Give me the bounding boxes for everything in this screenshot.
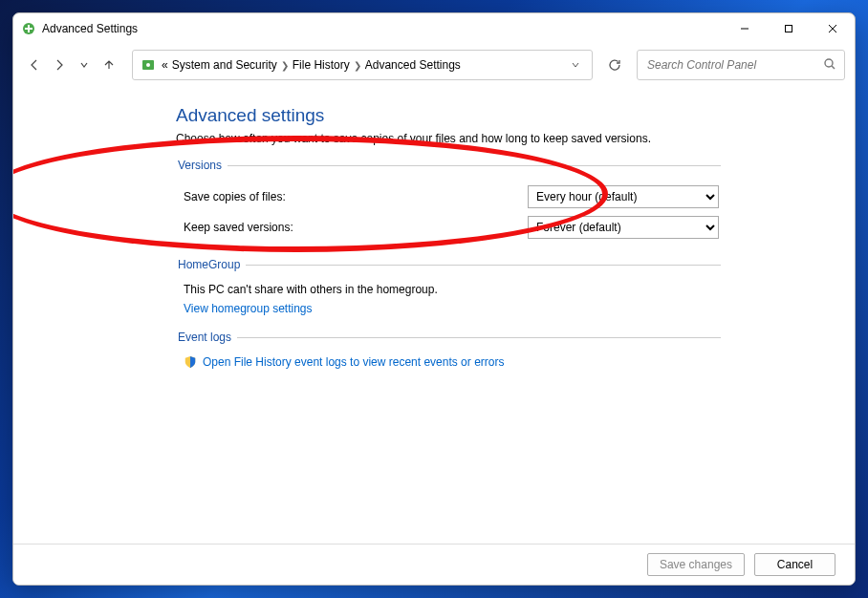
page-heading: Advanced settings [176,105,855,126]
save-copies-select[interactable]: Every hour (default) [528,185,719,208]
back-button[interactable] [23,53,46,76]
control-panel-icon [141,57,156,73]
maximize-button[interactable] [767,13,811,44]
save-changes-button[interactable]: Save changes [647,553,745,576]
svg-point-9 [825,59,833,67]
recent-locations-button[interactable] [73,53,96,76]
up-button[interactable] [98,53,120,76]
chevron-right-icon: ❯ [279,60,291,71]
cancel-button[interactable]: Cancel [754,553,835,576]
breadcrumb-prefix: « [160,58,170,72]
breadcrumb-item[interactable]: File History [291,58,352,72]
svg-rect-2 [28,25,30,32]
keep-versions-select[interactable]: Forever (default) [528,216,719,239]
keep-versions-row: Keep saved versions: Forever (default) [176,212,721,243]
refresh-button[interactable] [600,51,629,79]
save-copies-label: Save copies of files: [184,190,528,203]
shield-icon [184,355,197,369]
titlebar: Advanced Settings [13,13,855,44]
search-icon[interactable] [823,57,836,74]
forward-button[interactable] [48,53,71,76]
eventlogs-link[interactable]: Open File History event logs to view rec… [203,355,504,369]
breadcrumb-item[interactable]: System and Security [170,58,279,72]
window-controls [723,13,855,44]
breadcrumb-item[interactable]: Advanced Settings [363,58,463,72]
eventlogs-legend: Event logs [176,331,237,344]
homegroup-text: This PC can't share with others in the h… [176,281,721,300]
svg-rect-4 [786,26,792,32]
versions-group: Versions Save copies of files: Every hou… [176,159,721,243]
homegroup-group: HomeGroup This PC can't share with other… [176,258,721,315]
minimize-button[interactable] [723,13,767,44]
footer: Save changes Cancel [13,544,855,585]
navbar: « System and Security ❯ File History ❯ A… [13,44,855,86]
address-dropdown-button[interactable] [563,52,588,78]
eventlogs-group: Event logs Open File History event logs … [176,331,721,369]
window-title: Advanced Settings [42,22,138,35]
close-button[interactable] [811,13,855,44]
keep-versions-label: Keep saved versions: [184,221,528,234]
search-box[interactable] [637,50,845,80]
homegroup-legend: HomeGroup [176,258,246,271]
homegroup-link[interactable]: View homegroup settings [176,300,721,315]
content-area: Advanced settings Choose how often you w… [13,86,855,544]
address-bar[interactable]: « System and Security ❯ File History ❯ A… [132,50,593,80]
svg-point-8 [146,63,150,67]
svg-line-10 [832,66,835,69]
page-subheading: Choose how often you want to save copies… [176,132,855,145]
control-panel-icon [21,21,36,36]
chevron-right-icon: ❯ [352,60,363,71]
versions-legend: Versions [176,159,228,172]
search-input[interactable] [645,57,823,73]
window: Advanced Settings « System and Security … [12,12,856,586]
save-copies-row: Save copies of files: Every hour (defaul… [176,182,721,212]
